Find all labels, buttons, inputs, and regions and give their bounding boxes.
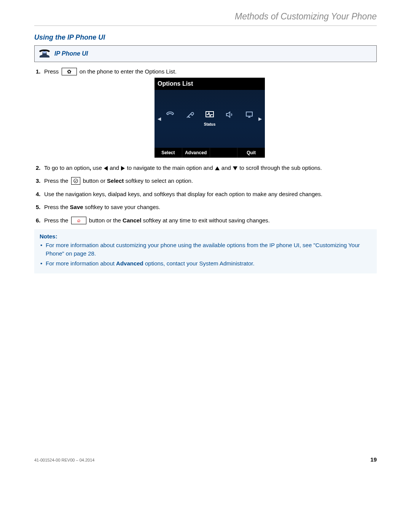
- step-3-b: button or: [83, 177, 107, 184]
- step-2-c: and: [108, 165, 121, 171]
- down-arrow-icon: [233, 166, 237, 170]
- screenshot-icon-row: ◀ Status: [155, 90, 265, 148]
- step-5-bold: Save: [70, 204, 83, 210]
- note-1-b: on: [64, 250, 74, 257]
- option-status-icon: Status: [203, 110, 216, 127]
- ip-phone-ui-banner: IP Phone UI: [34, 45, 377, 62]
- step-2-d: to navigate to the main option and: [125, 165, 214, 171]
- header-divider: [34, 26, 377, 26]
- page-header-breadcrumb: Methods of Customizing Your Phone: [34, 11, 377, 26]
- step-4: Use the navigation keys, dialpad keys, a…: [36, 190, 375, 199]
- option-status-label: Status: [204, 121, 216, 127]
- option-lock-icon: [183, 110, 196, 119]
- banner-label: IP Phone UI: [54, 50, 88, 57]
- step-2-f: to scroll through the sub options.: [238, 165, 322, 171]
- note-2-a: For more information about: [46, 260, 116, 267]
- note-2-bold: Advanced: [116, 260, 143, 267]
- up-arrow-icon: [215, 166, 220, 170]
- step-5: Press the Save softkey to save your chan…: [36, 203, 375, 212]
- step-5-a: Press the: [44, 204, 70, 210]
- step-2-e: and: [220, 165, 233, 171]
- step-1-text-b: on the phone to enter the Options List.: [80, 68, 177, 75]
- notes-box: Notes: For more information about custom…: [34, 229, 377, 273]
- footer-docid: 41-001524-00 REV00 – 04.2014: [34, 458, 94, 462]
- note-1-end: .: [94, 250, 96, 257]
- desk-phone-icon: [38, 48, 51, 60]
- check-key-icon: [71, 177, 80, 185]
- softkey-quit: Quit: [237, 148, 265, 158]
- svg-rect-0: [43, 51, 46, 53]
- page-footer: 41-001524-00 REV00 – 04.2014 19: [34, 456, 377, 463]
- gear-icon: ✿: [67, 69, 72, 74]
- step-2-b: use: [91, 165, 104, 171]
- step-3: Press the button or Select softkey to se…: [36, 177, 375, 185]
- left-arrow-icon: [104, 166, 108, 171]
- step-5-b: softkey to save your changes.: [83, 204, 161, 210]
- option-call-icon: [164, 110, 177, 119]
- step-6-a: Press the: [44, 217, 70, 224]
- svg-point-3: [73, 179, 78, 183]
- softkey-advanced: Advanced: [182, 148, 210, 158]
- options-list-screenshot: Options List ◀ Status: [155, 78, 265, 158]
- note-2-b: options, contact your System Administrat…: [143, 260, 255, 267]
- note-1: For more information about customizing y…: [40, 241, 371, 258]
- hangup-icon: ⌕: [77, 216, 80, 224]
- step-1: Press ✿ on the phone to enter the Option…: [36, 67, 375, 158]
- step-6-b: button or the: [89, 217, 123, 224]
- screenshot-title: Options List: [155, 78, 265, 90]
- step-1-text-a: Press: [44, 68, 61, 75]
- page-28-link[interactable]: page 28: [74, 250, 94, 257]
- step-2: To go to an option, use and to navigate …: [36, 164, 375, 173]
- screenshot-softkeys: Select Advanced Quit: [155, 148, 265, 158]
- settings-key-icon: ✿: [62, 68, 77, 75]
- right-arrow-icon: [121, 166, 125, 171]
- step-2-a: To go to an option: [44, 165, 89, 171]
- note-2: For more information about Advanced opti…: [40, 259, 371, 268]
- notes-title: Notes:: [40, 233, 371, 240]
- step-3-c: softkey to select an option.: [124, 177, 193, 184]
- step-3-bold: Select: [107, 177, 124, 184]
- svg-rect-2: [246, 112, 252, 116]
- note-1-a: For more information about customizing y…: [46, 242, 313, 248]
- screenshot-right-arrow-icon: ▶: [258, 115, 263, 122]
- step-6: Press the ⌕ button or the Cancel softkey…: [36, 216, 375, 225]
- instruction-steps: Press ✿ on the phone to enter the Option…: [34, 67, 377, 225]
- section-title: Using the IP Phone UI: [34, 34, 377, 42]
- option-audio-icon: [223, 110, 236, 119]
- hangup-key-icon: ⌕: [71, 217, 86, 224]
- softkey-select: Select: [155, 148, 182, 158]
- step-3-a: Press the: [44, 177, 70, 184]
- softkey-blank: [210, 148, 238, 158]
- footer-page-number: 19: [370, 456, 377, 463]
- screenshot-left-arrow-icon: ◀: [157, 115, 162, 122]
- step-6-bold: Cancel: [123, 217, 141, 224]
- option-display-icon: [243, 110, 256, 119]
- step-6-c: softkey at any time to exit without savi…: [141, 217, 270, 224]
